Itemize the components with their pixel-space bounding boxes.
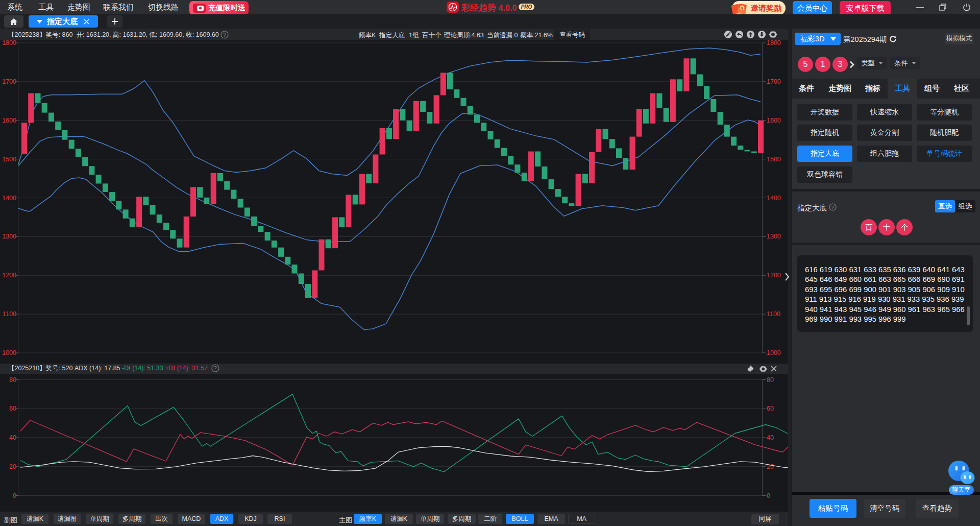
svg-text:1400: 1400 bbox=[767, 195, 781, 202]
svg-text:80: 80 bbox=[9, 376, 16, 384]
svg-text:40: 40 bbox=[767, 434, 774, 441]
svg-text:1300: 1300 bbox=[767, 233, 781, 240]
svg-text:1700: 1700 bbox=[2, 78, 16, 85]
svg-text:?: ? bbox=[214, 366, 217, 371]
svg-text:1000: 1000 bbox=[767, 349, 781, 356]
svg-text:1200: 1200 bbox=[2, 272, 16, 279]
svg-text:40: 40 bbox=[9, 434, 16, 441]
svg-text:1100: 1100 bbox=[767, 310, 780, 318]
svg-text:¥: ¥ bbox=[741, 6, 744, 11]
svg-text:1800: 1800 bbox=[767, 40, 781, 46]
svg-text:1600: 1600 bbox=[767, 117, 781, 124]
svg-text:20: 20 bbox=[9, 463, 16, 470]
svg-text:1600: 1600 bbox=[2, 117, 16, 124]
svg-text:60: 60 bbox=[767, 405, 774, 412]
svg-text:1700: 1700 bbox=[767, 78, 781, 85]
svg-text:1800: 1800 bbox=[2, 40, 16, 46]
svg-text:?: ? bbox=[831, 204, 834, 210]
svg-text:60: 60 bbox=[9, 405, 16, 412]
svg-text:1000: 1000 bbox=[2, 349, 16, 356]
svg-text:1200: 1200 bbox=[767, 272, 781, 279]
svg-text:1500: 1500 bbox=[2, 156, 16, 163]
svg-text:20: 20 bbox=[767, 463, 774, 470]
svg-text:1300: 1300 bbox=[2, 233, 16, 240]
svg-text:1100: 1100 bbox=[3, 310, 16, 318]
svg-text:0: 0 bbox=[767, 492, 770, 499]
svg-text:1400: 1400 bbox=[2, 195, 16, 202]
svg-text:?: ? bbox=[223, 32, 226, 38]
svg-text:80: 80 bbox=[767, 376, 774, 384]
svg-text:1500: 1500 bbox=[767, 156, 781, 163]
svg-text:0: 0 bbox=[13, 492, 16, 499]
